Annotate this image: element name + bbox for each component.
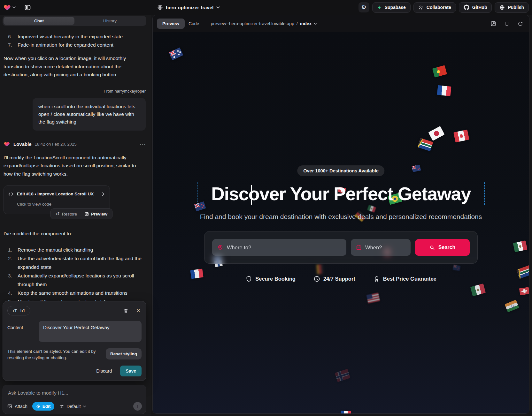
mobile-view-button[interactable]	[505, 21, 509, 27]
edit-version-card[interactable]: Edit #18 • Improve Location Scroll UX Cl…	[4, 185, 110, 214]
preview-url[interactable]: preview--hero-optimizer-travel.lovable.a…	[211, 21, 317, 26]
message-timestamp: 18:42 on Feb 20, 2025	[35, 140, 77, 148]
edit-card-subtitle: Click to view code	[17, 200, 105, 208]
flag-au-icon	[169, 47, 183, 60]
tab-preview[interactable]: Preview	[157, 19, 185, 29]
trash-icon	[123, 308, 128, 314]
feature-secure-booking: Secure Booking	[245, 276, 296, 282]
flag-ca-icon	[453, 130, 469, 142]
when-input[interactable]: When?	[351, 239, 411, 256]
flag-no-icon	[335, 369, 350, 382]
tab-history[interactable]: History	[74, 17, 145, 25]
flag-nz-icon	[453, 265, 460, 271]
supabase-icon	[377, 5, 382, 10]
github-button[interactable]: GitHub	[459, 2, 492, 13]
assistant-paragraph: Now when you click on a location image, …	[4, 54, 146, 79]
edit-card-title: Edit #18 • Improve Location Scroll UX	[17, 190, 94, 198]
hero-section: Over 1000+ Destinations Available Discov…	[153, 32, 529, 413]
refresh-icon	[518, 21, 523, 26]
list-item: 7. Fade-in animation for the expanded co…	[8, 41, 146, 49]
element-tag-label: h1	[20, 308, 26, 313]
flag-fr-icon	[341, 411, 351, 413]
chevron-down-icon	[216, 6, 220, 9]
settings-button[interactable]: ⚙	[359, 2, 369, 12]
external-link-icon	[85, 212, 89, 216]
chevron-down-icon	[12, 6, 16, 8]
sidebar-toggle-button[interactable]	[22, 2, 33, 12]
hero-title[interactable]: Discover Your Perfect Getaway	[211, 183, 471, 204]
send-button[interactable]: ↑	[133, 402, 142, 411]
site-canvas[interactable]: Over 1000+ Destinations Available Discov…	[153, 32, 529, 413]
restore-button[interactable]: ↺ Restore	[52, 209, 81, 219]
flag-za-icon	[516, 265, 529, 279]
url-separator: /	[297, 21, 298, 26]
lovable-logo[interactable]	[3, 4, 16, 11]
collaborate-button[interactable]: Collaborate	[413, 2, 456, 13]
globe-icon	[157, 4, 163, 10]
phone-icon	[505, 21, 509, 27]
close-editor-button[interactable]: ✕	[136, 308, 140, 314]
save-button[interactable]: Save	[120, 366, 142, 376]
h1-selection-outline[interactable]: Discover Your Perfect Getaway	[197, 182, 485, 205]
publish-button[interactable]: Publish	[495, 2, 529, 13]
publish-globe-icon	[499, 5, 505, 10]
flag-mx-icon	[367, 205, 376, 212]
element-tag-pill: TT h1	[7, 306, 30, 315]
preview-version-button[interactable]: Preview	[81, 209, 111, 219]
flag-mx-icon	[470, 284, 486, 296]
chat-input[interactable]: Ask Lovable to modify H1...	[8, 390, 141, 396]
arrow-up-icon: ↑	[136, 404, 139, 409]
destinations-badge: Over 1000+ Destinations Available	[297, 165, 384, 176]
image-icon	[7, 404, 12, 409]
flag-mx-icon	[513, 240, 527, 252]
lovable-heart-icon	[4, 141, 10, 147]
where-input[interactable]: Where to?	[212, 239, 346, 256]
user-message-bubble: when i scroll into the individual locati…	[33, 98, 146, 131]
sliders-icon	[59, 404, 64, 409]
project-name: hero-optimizer-travel	[166, 5, 213, 10]
mode-selector[interactable]: Default	[59, 404, 86, 409]
url-host: preview--hero-optimizer-travel.lovable.a…	[211, 21, 294, 26]
tab-code[interactable]: Code	[189, 21, 199, 26]
flag-fr-icon	[190, 269, 203, 279]
code-icon	[8, 192, 13, 196]
flag-jp-icon	[428, 126, 444, 141]
clock-icon	[313, 276, 320, 282]
assistant-paragraph: I'll modify the LocationScroll component…	[4, 154, 146, 178]
reset-styling-button[interactable]: Reset styling	[106, 348, 142, 359]
open-in-new-tab-button[interactable]	[490, 21, 496, 26]
hero-subtitle: Find and book your dream destination wit…	[200, 213, 482, 221]
tab-chat[interactable]: Chat	[4, 17, 74, 25]
features-row: Secure Booking 24/7 Support Best Price G…	[245, 276, 436, 282]
github-icon	[464, 4, 469, 10]
map-pin-icon	[217, 245, 223, 251]
flag-us-icon	[366, 292, 380, 303]
search-card: Where to? When? Search	[204, 231, 478, 264]
flag-ch-icon	[519, 287, 529, 295]
chevron-right-icon	[101, 192, 105, 196]
typography-icon: TT	[12, 308, 17, 313]
supabase-button[interactable]: Supabase	[372, 2, 411, 13]
message-menu-button[interactable]: ···	[140, 141, 146, 147]
search-button[interactable]: Search	[415, 239, 470, 256]
assistant-name: Lovable	[13, 140, 32, 148]
heart-icon	[3, 4, 11, 11]
panel-icon	[24, 4, 31, 11]
chat-input-card: Ask Lovable to modify H1... Attach Edit …	[3, 385, 146, 414]
flag-pt-icon	[432, 65, 447, 77]
url-path: index	[300, 21, 312, 26]
content-field-label: Content	[7, 321, 39, 342]
delete-element-button[interactable]	[123, 308, 128, 314]
collaborate-icon	[418, 5, 424, 10]
discard-button[interactable]: Discard	[96, 368, 112, 374]
sidebar-tabs: Chat History	[3, 16, 146, 26]
refresh-button[interactable]	[518, 21, 523, 26]
content-textarea[interactable]: Discover Your Perfect Getaway	[39, 321, 142, 342]
flag-nz-icon	[412, 164, 421, 172]
assistant-header: Lovable 18:42 on Feb 20, 2025 ···	[4, 140, 146, 148]
project-switcher[interactable]: hero-optimizer-travel	[157, 0, 220, 15]
flag-de-icon	[316, 264, 324, 274]
edit-mode-button[interactable]: Edit	[32, 402, 55, 411]
list-item: 4.Keep the same smooth animations and tr…	[8, 289, 146, 297]
attach-button[interactable]: Attach	[7, 404, 27, 409]
